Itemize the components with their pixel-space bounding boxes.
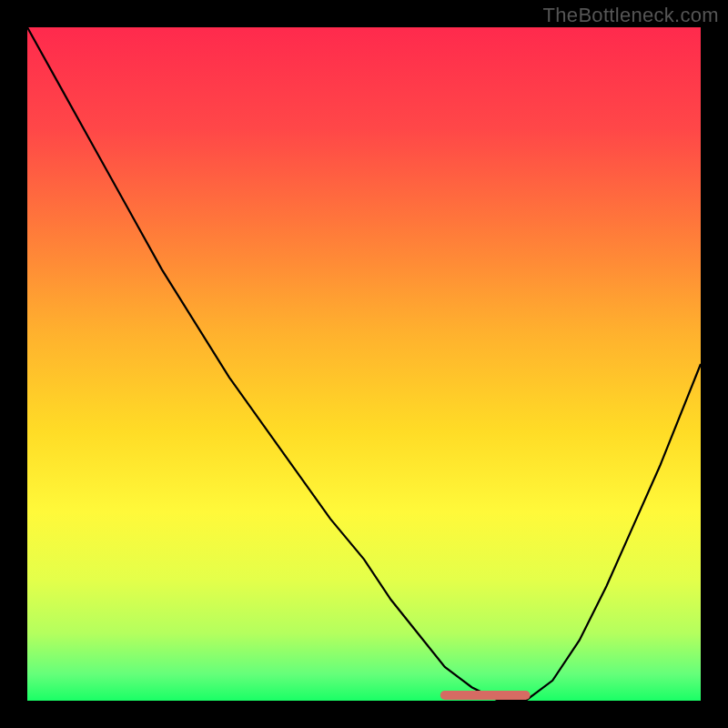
plot-area bbox=[27, 27, 701, 701]
chart-frame: TheBottleneck.com bbox=[0, 0, 728, 728]
curve-layer bbox=[27, 27, 701, 701]
watermark-text: TheBottleneck.com bbox=[543, 4, 719, 27]
bottleneck-curve bbox=[27, 27, 701, 701]
